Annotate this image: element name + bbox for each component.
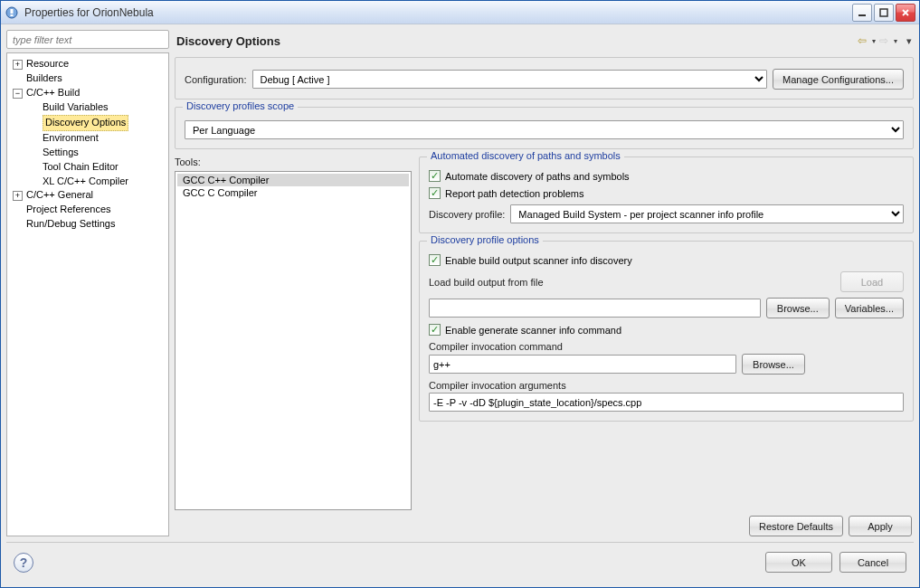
tree-item-c-general[interactable]: +C/C++ General: [11, 188, 166, 203]
tree-filter-input[interactable]: [6, 30, 169, 49]
nav-forward-menu[interactable]: ▾: [894, 37, 897, 45]
discovery-profile-select[interactable]: Managed Build System - per project scann…: [510, 204, 904, 223]
tree-item-run-debug[interactable]: Run/Debug Settings: [11, 217, 166, 232]
ok-button[interactable]: OK: [765, 552, 832, 573]
tree-item-discovery-options[interactable]: Discovery Options: [27, 115, 165, 131]
tools-list-item[interactable]: GCC C Compiler: [177, 186, 409, 199]
auto-discovery-group-title: Automated discovery of paths and symbols: [427, 150, 624, 161]
load-output-path-input[interactable]: [429, 299, 761, 318]
nav-back-button[interactable]: ⇦: [854, 33, 870, 48]
tree-item-tool-chain-editor[interactable]: Tool Chain Editor: [27, 160, 165, 175]
svg-rect-4: [880, 9, 887, 16]
app-icon: [5, 5, 19, 20]
profile-options-group-title: Discovery profile options: [427, 234, 543, 245]
apply-button[interactable]: Apply: [849, 516, 912, 536]
close-button[interactable]: [896, 4, 915, 22]
minimize-button[interactable]: [852, 4, 872, 22]
automate-discovery-checkbox[interactable]: ✓Automate discovery of paths and symbols: [429, 170, 630, 182]
report-problems-checkbox[interactable]: ✓Report path detection problems: [429, 187, 583, 199]
tree-item-environment[interactable]: Environment: [27, 131, 165, 146]
enable-output-scanner-checkbox[interactable]: ✓Enable build output scanner info discov…: [429, 254, 632, 266]
nav-tree[interactable]: +Resource Builders −C/C++ Build Build Va…: [6, 52, 169, 536]
scope-group-title: Discovery profiles scope: [183, 100, 298, 111]
browse-compiler-button[interactable]: Browse...: [742, 354, 805, 375]
help-icon[interactable]: ?: [14, 553, 33, 573]
manage-configurations-button[interactable]: Manage Configurations...: [773, 69, 904, 90]
tree-item-xl-compiler[interactable]: XL C/C++ Compiler: [27, 175, 165, 189]
svg-rect-3: [858, 14, 866, 16]
page-title: Discovery Options: [176, 34, 854, 48]
invocation-cmd-label: Compiler invocation command: [429, 341, 563, 352]
svg-rect-1: [11, 9, 14, 14]
tree-item-resource[interactable]: +Resource: [11, 57, 166, 71]
tools-list[interactable]: GCC C++ Compiler GCC C Compiler: [175, 171, 412, 510]
scope-select[interactable]: Per Language: [185, 120, 904, 139]
cancel-button[interactable]: Cancel: [839, 552, 906, 573]
browse-output-button[interactable]: Browse...: [766, 298, 830, 318]
tree-item-c-build[interactable]: −C/C++ Build Build Variables Discovery O…: [11, 86, 166, 189]
variables-button[interactable]: Variables...: [835, 298, 904, 318]
load-output-label: Load build output from file: [429, 277, 544, 288]
tools-list-item[interactable]: GCC C++ Compiler: [177, 174, 409, 186]
restore-defaults-button[interactable]: Restore Defaults: [749, 516, 843, 536]
window-title: Properties for OrionNebula: [24, 6, 852, 19]
maximize-button[interactable]: [874, 4, 894, 22]
configuration-select[interactable]: Debug [ Active ]: [252, 70, 768, 89]
tools-label: Tools:: [175, 156, 412, 167]
tree-item-build-variables[interactable]: Build Variables: [27, 100, 165, 115]
tree-item-builders[interactable]: Builders: [11, 71, 166, 86]
configuration-label: Configuration:: [185, 74, 247, 85]
discovery-profile-label: Discovery profile:: [429, 209, 505, 220]
invocation-args-label: Compiler invocation arguments: [429, 380, 566, 391]
tree-item-settings[interactable]: Settings: [27, 146, 165, 160]
nav-forward-button[interactable]: ⇨: [876, 33, 892, 48]
svg-rect-2: [11, 14, 14, 16]
tree-item-project-refs[interactable]: Project References: [11, 203, 166, 217]
view-menu-button[interactable]: ▾: [906, 35, 912, 47]
enable-generate-scanner-checkbox[interactable]: ✓Enable generate scanner info command: [429, 324, 621, 336]
load-button[interactable]: Load: [840, 271, 904, 292]
titlebar: Properties for OrionNebula: [1, 1, 919, 24]
invocation-args-input[interactable]: [429, 393, 904, 412]
invocation-cmd-input[interactable]: [429, 355, 736, 374]
